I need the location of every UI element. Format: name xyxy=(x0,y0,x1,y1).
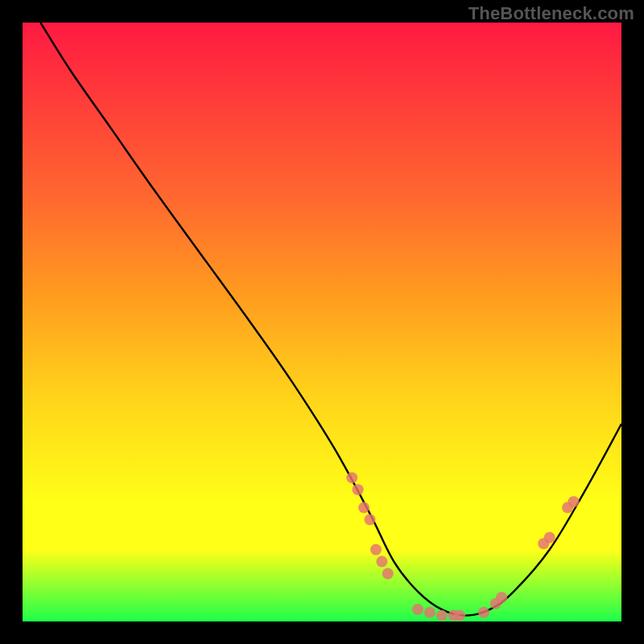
chart-frame: TheBottleneck.com xyxy=(0,0,644,644)
data-point xyxy=(436,610,448,621)
plot-svg xyxy=(23,23,621,621)
data-point xyxy=(544,532,555,543)
data-point xyxy=(382,568,394,580)
data-point xyxy=(412,604,423,615)
data-point xyxy=(496,592,507,603)
data-point xyxy=(478,607,489,618)
bottleneck-curve xyxy=(40,23,621,616)
watermark-text: TheBottleneck.com xyxy=(469,3,634,24)
data-point xyxy=(376,556,387,568)
data-points xyxy=(346,472,579,621)
data-point xyxy=(346,472,357,483)
data-point xyxy=(353,484,364,495)
data-point xyxy=(365,514,376,526)
data-point xyxy=(568,496,580,507)
data-point xyxy=(454,610,465,621)
plot-area xyxy=(23,23,621,621)
data-point xyxy=(424,607,436,618)
data-point xyxy=(358,502,369,514)
data-point xyxy=(370,544,382,555)
